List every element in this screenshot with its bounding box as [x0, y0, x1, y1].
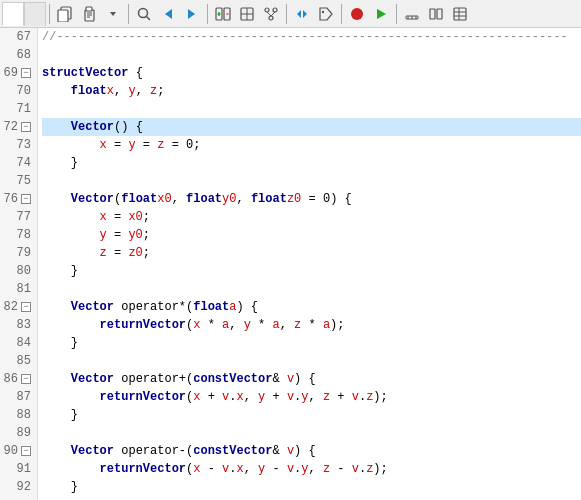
code-line: return Vector(x - v.x, y - v.y, z - v.z)…: [42, 460, 581, 478]
code-line: x = y = z = 0;: [42, 136, 581, 154]
collapse-marker[interactable]: −: [21, 446, 31, 456]
back-icon: [160, 6, 176, 22]
patch-icon: [239, 6, 255, 22]
edit-icon: [404, 6, 420, 22]
line-num-92: 92: [0, 478, 37, 496]
collapse-marker[interactable]: −: [21, 374, 31, 384]
code-line: }: [42, 334, 581, 352]
copy-button[interactable]: [54, 3, 76, 25]
collapse-marker[interactable]: −: [21, 194, 31, 204]
paste-button[interactable]: [78, 3, 100, 25]
dropdown-icon: [108, 9, 118, 19]
columns-icon: [428, 6, 444, 22]
code-container: 676869−707172−73747576−777879808182−8384…: [0, 28, 581, 500]
line-number-label: 92: [17, 478, 31, 496]
svg-point-22: [269, 16, 273, 20]
code-line: }: [42, 262, 581, 280]
line-number-label: 71: [17, 100, 31, 118]
line-num-70: 70: [0, 82, 37, 100]
tab-history[interactable]: [24, 2, 46, 26]
svg-marker-30: [377, 9, 386, 19]
line-number-label: 76: [4, 190, 18, 208]
code-line: y = y0;: [42, 226, 581, 244]
line-number-label: 69: [4, 64, 18, 82]
svg-point-8: [139, 8, 148, 17]
branch-button[interactable]: [260, 3, 282, 25]
svg-marker-26: [303, 10, 307, 18]
code-line: [42, 280, 581, 298]
run-icon: [373, 6, 389, 22]
line-number-label: 91: [17, 460, 31, 478]
line-num-91: 91: [0, 460, 37, 478]
svg-rect-36: [437, 9, 442, 19]
svg-point-21: [273, 8, 277, 12]
table-icon: [452, 6, 468, 22]
line-num-84: 84: [0, 334, 37, 352]
line-num-90: 90−: [0, 442, 37, 460]
code-line: float x, y, z;: [42, 82, 581, 100]
line-num-89: 89: [0, 424, 37, 442]
diff-icon: [215, 6, 231, 22]
line-number-label: 72: [4, 118, 18, 136]
separator-1: [49, 4, 50, 24]
columns-button[interactable]: [425, 3, 447, 25]
code-line: //--------------------------------------…: [42, 28, 581, 46]
run-button[interactable]: [370, 3, 392, 25]
separator-2: [128, 4, 129, 24]
tag-button[interactable]: [315, 3, 337, 25]
forward-icon: [184, 6, 200, 22]
line-num-68: 68: [0, 46, 37, 64]
code-line: z = z0;: [42, 244, 581, 262]
code-content[interactable]: //--------------------------------------…: [38, 28, 581, 500]
line-num-87: 87: [0, 388, 37, 406]
svg-point-29: [351, 8, 363, 20]
tab-source[interactable]: [2, 2, 24, 26]
paste-icon: [81, 6, 97, 22]
line-num-77: 77: [0, 208, 37, 226]
edit-button[interactable]: [401, 3, 423, 25]
svg-marker-10: [165, 9, 172, 19]
diff-button[interactable]: [212, 3, 234, 25]
line-num-78: 78: [0, 226, 37, 244]
code-line: Vector operator+(const Vector& v) {: [42, 370, 581, 388]
line-numbers: 676869−707172−73747576−777879808182−8384…: [0, 28, 38, 500]
line-num-74: 74: [0, 154, 37, 172]
merge-button[interactable]: [291, 3, 313, 25]
svg-point-20: [265, 8, 269, 12]
search-button[interactable]: [133, 3, 155, 25]
line-num-83: 83: [0, 316, 37, 334]
stop-button[interactable]: [346, 3, 368, 25]
branch-icon: [263, 6, 279, 22]
code-line: return Vector(x + v.x, y + v.y, z + v.z)…: [42, 388, 581, 406]
line-num-81: 81: [0, 280, 37, 298]
line-number-label: 81: [17, 280, 31, 298]
separator-3: [207, 4, 208, 24]
table-button[interactable]: [449, 3, 471, 25]
svg-rect-37: [454, 8, 466, 20]
stop-icon: [349, 6, 365, 22]
code-line: [42, 424, 581, 442]
svg-rect-3: [86, 7, 92, 11]
code-line: [42, 46, 581, 64]
line-number-label: 83: [17, 316, 31, 334]
back-button[interactable]: [157, 3, 179, 25]
line-number-label: 79: [17, 244, 31, 262]
code-line: }: [42, 154, 581, 172]
line-num-85: 85: [0, 352, 37, 370]
collapse-marker[interactable]: −: [21, 68, 31, 78]
svg-marker-25: [297, 10, 301, 18]
code-line: Vector operator-(const Vector& v) {: [42, 442, 581, 460]
svg-rect-1: [58, 10, 68, 22]
line-num-88: 88: [0, 406, 37, 424]
line-number-label: 86: [4, 370, 18, 388]
code-line: Vector(float x0, float y0, float z0 = 0)…: [42, 190, 581, 208]
collapse-marker[interactable]: −: [21, 122, 31, 132]
line-num-86: 86−: [0, 370, 37, 388]
collapse-marker[interactable]: −: [21, 302, 31, 312]
forward-button[interactable]: [181, 3, 203, 25]
line-num-73: 73: [0, 136, 37, 154]
search-icon: [136, 6, 152, 22]
separator-5: [341, 4, 342, 24]
dropdown-button[interactable]: [102, 3, 124, 25]
patch-button[interactable]: [236, 3, 258, 25]
